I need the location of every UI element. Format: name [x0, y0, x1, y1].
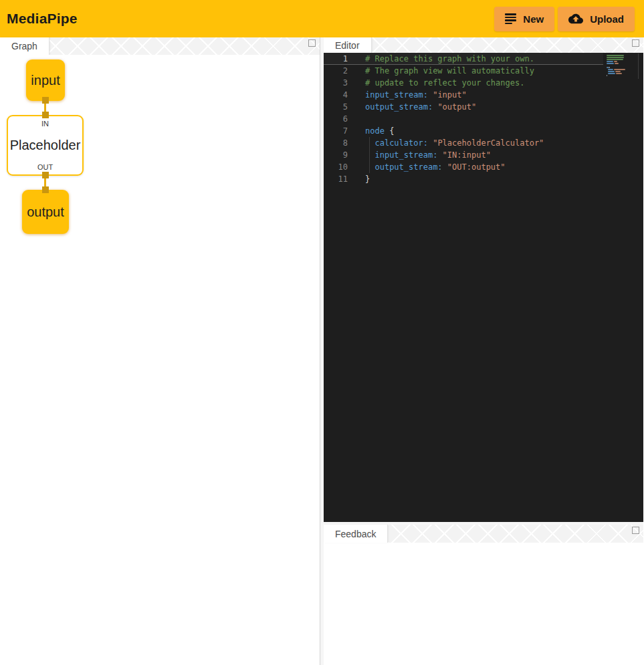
code-line[interactable]: 2# The graph view will automatically	[324, 65, 603, 77]
code-editor[interactable]: 1# Replace this graph with your own.2# T…	[324, 53, 643, 522]
line-content: }	[348, 173, 370, 185]
graph-node-placeholder-label: Placeholder	[10, 138, 81, 153]
upload-button-label: Upload	[590, 13, 624, 25]
editor-maximise-icon[interactable]	[632, 39, 639, 47]
minimap-row	[607, 74, 637, 76]
code-line[interactable]: 4input_stream: "input"	[324, 89, 603, 101]
subject-icon	[505, 13, 516, 24]
line-number: 5	[324, 101, 348, 113]
feedback-panel: Feedback	[324, 525, 643, 665]
code-line[interactable]: 10 output_stream: "OUT:output"	[324, 161, 603, 173]
tab-graph[interactable]: Graph	[0, 37, 49, 55]
graph-canvas[interactable]: input IN Placeholder OUT output	[0, 55, 320, 665]
feedback-maximise-icon[interactable]	[632, 527, 639, 534]
graph-node-input-label: input	[31, 73, 60, 88]
right-column: Editor 1# Replace this graph with your o…	[324, 37, 643, 665]
line-number: 2	[324, 65, 348, 77]
editor-code-lines[interactable]: 1# Replace this graph with your own.2# T…	[324, 53, 603, 185]
line-content: calculator: "PlaceholderCalculator"	[348, 137, 544, 149]
graph-tabbar: Graph	[0, 37, 320, 55]
feedback-content	[324, 543, 643, 665]
line-number: 4	[324, 89, 348, 101]
line-number: 1	[324, 53, 348, 65]
code-line[interactable]: 1# Replace this graph with your own.	[324, 53, 603, 65]
line-number: 7	[324, 125, 348, 137]
editor-tabbar: Editor	[324, 37, 643, 53]
line-number: 6	[324, 113, 348, 125]
tab-editor[interactable]: Editor	[324, 37, 372, 53]
graph-panel: Graph input IN Placeholder OUT output	[0, 37, 320, 665]
cloud-upload-icon	[568, 13, 583, 25]
feedback-tabbar: Feedback	[324, 525, 643, 543]
graph-maximise-icon[interactable]	[308, 39, 316, 47]
tab-feedback-label: Feedback	[335, 529, 376, 539]
graph-node-placeholder[interactable]: IN Placeholder OUT	[7, 115, 84, 176]
header-actions: New Upload	[494, 7, 635, 31]
code-line[interactable]: 6	[324, 113, 603, 125]
editor-panel: Editor 1# Replace this graph with your o…	[324, 37, 643, 522]
graph-node-output-label: output	[27, 205, 64, 220]
tab-graph-label: Graph	[11, 41, 37, 51]
line-number: 8	[324, 137, 348, 149]
line-content: input_stream: "input"	[348, 89, 467, 101]
indent-guide	[369, 137, 370, 173]
code-line[interactable]: 9 input_stream: "IN:input"	[324, 149, 603, 161]
code-line[interactable]: 3# update to reflect your changes.	[324, 77, 603, 89]
graph-node-input[interactable]: input	[26, 59, 65, 101]
line-content: # The graph view will automatically	[348, 65, 534, 77]
line-number: 10	[324, 161, 348, 173]
code-line[interactable]: 7node {	[324, 125, 603, 137]
line-content: output_stream: "output"	[348, 101, 476, 113]
line-content: output_stream: "OUT:output"	[348, 161, 506, 173]
tab-editor-label: Editor	[335, 40, 360, 51]
app-header: MediaPipe New Upload	[0, 0, 644, 37]
app-title: MediaPipe	[7, 11, 78, 27]
connector-dot	[42, 112, 49, 118]
editor-minimap[interactable]	[605, 53, 639, 79]
code-line[interactable]: 5output_stream: "output"	[324, 101, 603, 113]
line-number: 11	[324, 173, 348, 185]
tab-feedback[interactable]: Feedback	[324, 525, 388, 543]
graph-node-output[interactable]: output	[22, 190, 69, 234]
code-line[interactable]: 11}	[324, 173, 603, 185]
line-content: node {	[348, 125, 394, 137]
line-number: 9	[324, 149, 348, 161]
connector-dot	[42, 172, 49, 178]
line-content: # Replace this graph with your own.	[348, 53, 534, 65]
placeholder-in-port: IN	[41, 120, 49, 128]
upload-button[interactable]: Upload	[558, 7, 635, 31]
line-number: 3	[324, 77, 348, 89]
new-button[interactable]: New	[494, 7, 554, 31]
code-line[interactable]: 8 calculator: "PlaceholderCalculator"	[324, 137, 603, 149]
connector-dot	[42, 186, 49, 193]
connector-dot	[42, 97, 49, 104]
workspace: Graph input IN Placeholder OUT output	[0, 37, 644, 665]
placeholder-out-port: OUT	[37, 163, 53, 171]
new-button-label: New	[523, 13, 544, 25]
line-content: # update to reflect your changes.	[348, 77, 524, 89]
